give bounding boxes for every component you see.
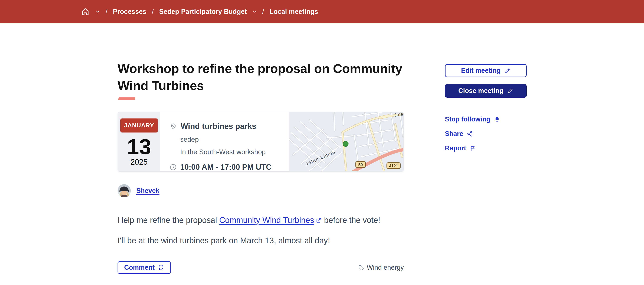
page-title: Workshop to refine the proposal on Commu… xyxy=(118,60,433,94)
share-label: Share xyxy=(445,130,463,138)
share-link[interactable]: Share xyxy=(445,130,473,138)
meeting-details-card: JANUARY 13 2025 Wind turbines parks sede… xyxy=(118,112,404,172)
avatar[interactable] xyxy=(118,184,131,197)
bell-icon xyxy=(494,116,500,122)
close-meeting-label: Close meeting xyxy=(458,87,504,95)
meeting-time: 10:00 AM - 17:00 PM UTC xyxy=(180,163,272,172)
breadcrumb-separator: / xyxy=(106,8,107,15)
pencil-icon xyxy=(504,68,510,74)
proposal-link[interactable]: Community Wind Turbines xyxy=(219,216,314,225)
author-name-link[interactable]: Shevek xyxy=(136,187,160,195)
location-organization: sedep xyxy=(180,135,289,143)
stop-following-link[interactable]: Stop following xyxy=(445,115,500,124)
title-accent-bar xyxy=(118,97,136,100)
actions-sidebar: Edit meeting Close meeting Stop followin… xyxy=(445,64,527,153)
report-link[interactable]: Report xyxy=(445,144,476,153)
location-name: Wind turbines parks xyxy=(180,122,256,131)
meeting-page: / Processes / Sedep Participatory Budget… xyxy=(0,0,644,285)
comment-icon xyxy=(158,264,164,271)
date-panel: JANUARY 13 2025 xyxy=(118,112,160,171)
clock-icon xyxy=(170,164,177,171)
chevron-down-icon[interactable] xyxy=(252,9,256,14)
location-address: In the South-West workshop xyxy=(180,148,289,156)
meeting-description: Help me refine the proposal Community Wi… xyxy=(118,215,441,246)
top-navigation-bar: / Processes / Sedep Participatory Budget… xyxy=(0,0,644,23)
tag-label: Wind energy xyxy=(367,264,404,272)
stop-following-label: Stop following xyxy=(445,115,490,123)
route-badge-50: 50 xyxy=(356,162,366,168)
date-day: 13 xyxy=(127,136,151,158)
breadcrumb-separator: / xyxy=(152,8,154,15)
breadcrumb-separator: / xyxy=(262,8,264,15)
sidebar-links: Stop following Share Report xyxy=(445,115,527,153)
date-year: 2025 xyxy=(130,158,148,167)
comment-button-label: Comment xyxy=(124,264,154,272)
description-paragraph-2: I'll be at the wind turbines park on Mar… xyxy=(118,236,441,246)
chevron-down-icon[interactable] xyxy=(96,9,100,14)
breadcrumb-local-meetings[interactable]: Local meetings xyxy=(270,8,318,15)
home-icon[interactable] xyxy=(80,7,90,16)
location-panel: Wind turbines parks sedep In the South-W… xyxy=(160,112,289,171)
date-month-badge: JANUARY xyxy=(120,118,158,132)
flag-icon xyxy=(470,145,476,151)
breadcrumb-process-title[interactable]: Sedep Participatory Budget xyxy=(159,8,247,15)
report-label: Report xyxy=(445,144,466,152)
paragraph-text: before the vote! xyxy=(322,216,380,225)
description-paragraph-1: Help me refine the proposal Community Wi… xyxy=(118,215,441,226)
close-meeting-button[interactable]: Close meeting xyxy=(445,84,527,98)
paragraph-text: Help me refine the proposal xyxy=(118,216,219,225)
edit-meeting-label: Edit meeting xyxy=(461,67,501,74)
pencil-icon xyxy=(507,88,513,94)
share-icon xyxy=(466,131,473,137)
map-marker[interactable] xyxy=(343,141,348,147)
breadcrumb: / Processes / Sedep Participatory Budget… xyxy=(80,0,318,23)
breadcrumb-processes[interactable]: Processes xyxy=(113,8,146,15)
author-row: Shevek xyxy=(118,184,160,197)
route-badge-j121: J121 xyxy=(387,163,400,169)
tag-icon xyxy=(358,264,364,271)
map-pin-icon xyxy=(170,122,177,130)
category-tag[interactable]: Wind energy xyxy=(358,264,404,272)
comment-button[interactable]: Comment xyxy=(118,261,171,274)
location-map[interactable]: Jalan Limau Jala 50 J121 xyxy=(289,112,403,171)
svg-text:J121: J121 xyxy=(389,164,398,168)
external-link-icon xyxy=(316,216,322,226)
edit-meeting-button[interactable]: Edit meeting xyxy=(445,64,527,77)
svg-text:50: 50 xyxy=(358,163,363,167)
content-footer: Comment Wind energy xyxy=(118,261,404,274)
